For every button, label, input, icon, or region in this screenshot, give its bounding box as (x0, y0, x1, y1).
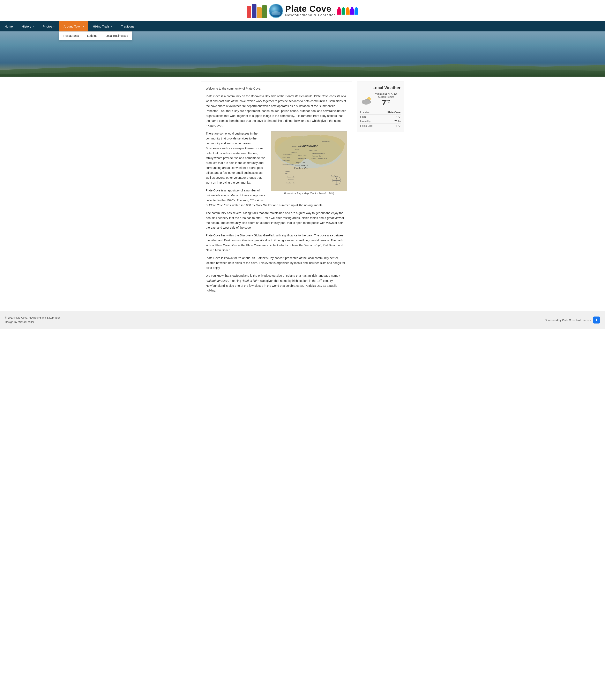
svg-text:BLACKHEAD BAY: BLACKHEAD BAY (292, 145, 305, 147)
cloud-icon (360, 96, 372, 104)
footer-left: © 2023 Plate Cove, Newfoundland & Labrad… (5, 316, 60, 324)
svg-text:Stock Cove: Stock Cove (298, 157, 306, 159)
weather-feels-row: Feels Like: 4 °C (360, 124, 401, 128)
logo-title: Plate Cove (285, 4, 332, 13)
paragraph-1: Welcome to the community of Plate Cove. (206, 86, 347, 91)
svg-text:SOUTHERN BAY: SOUTHERN BAY (283, 164, 294, 165)
svg-text:•Birchy Cove: •Birchy Cove (309, 150, 317, 151)
map-caption: Bonavista Bay - Map (Decks Awash 1984) (271, 192, 347, 195)
figure-2 (342, 7, 345, 15)
building-2 (252, 4, 257, 18)
nav-item-photos[interactable]: Photos ▾ (38, 21, 59, 31)
logo-globe (269, 4, 283, 18)
weather-details: Location: Plate Cove High: 7 °C Humidity… (360, 110, 401, 128)
nav-link-photos[interactable]: Photos ▾ (38, 21, 59, 31)
main-content: Welcome to the community of Plate Cove. … (201, 81, 352, 298)
weather-high-row: High: 7 °C (360, 115, 401, 119)
nav-link-history[interactable]: History ▾ (17, 21, 38, 31)
svg-text:•Southern Bay: •Southern Bay (286, 182, 295, 184)
main-nav: Home History ▾ Photos ▾ Around Town ▾ Re… (0, 21, 605, 31)
nav-item-traditions[interactable]: Traditions (116, 21, 139, 31)
article-body: Welcome to the community of Plate Cove. … (206, 86, 347, 293)
facebook-icon[interactable]: f (593, 317, 600, 324)
svg-text:•Plate Cove West: •Plate Cove West (294, 167, 308, 169)
svg-text:King's Cove: King's Cove (298, 154, 307, 156)
map-image: BONAVISTA BAY Plate Cove East •Plate Cov… (271, 131, 347, 191)
weather-temp-big: 7 °C (374, 98, 397, 107)
chevron-down-icon: ▾ (111, 25, 112, 27)
dropdown-link-lodging[interactable]: Lodging (83, 32, 101, 40)
logo-text-group: Plate Cove Newfoundland & Labrador (285, 4, 335, 17)
weather-temp-block: Current Temp: 7 °C (374, 96, 397, 107)
weather-temp-unit: °C (386, 100, 390, 103)
svg-text:Dunmara: Dunmara (291, 151, 297, 153)
nav-link-hiking-trails[interactable]: Hiking Trails ▾ (88, 21, 117, 31)
paragraph-7: Plate Cove is known for it's annual St. … (206, 256, 347, 271)
svg-text:Catalina: Catalina (331, 175, 337, 177)
weather-feels-label: Feels Like: (360, 124, 373, 127)
nav-link-around-town[interactable]: Around Town ▾ (59, 21, 88, 31)
sidebar: Local Weather (357, 81, 404, 132)
dropdown-item-restaurants[interactable]: Restaurants (59, 32, 83, 40)
svg-text:Open Hall•: Open Hall• (283, 159, 290, 161)
weather-humidity-label: Humidity: (360, 120, 371, 123)
weather-location-row: Location: Plate Cove (360, 110, 401, 115)
weather-high-value: 7 °C (395, 115, 401, 118)
footer-copyright: © 2023 Plate Cove, Newfoundland & Labrad… (5, 316, 60, 320)
footer-right: Sponsored by Plate Cove Trail Blazers f (545, 317, 600, 324)
site-logo: Plate Cove Newfoundland & Labrador (247, 4, 358, 18)
building-1 (247, 6, 251, 18)
building-4 (262, 5, 267, 18)
svg-text:Summerville: Summerville (287, 176, 294, 177)
logo-figures (337, 7, 358, 15)
footer-design: Design By Michael Miller (5, 320, 60, 324)
paragraph-6: Plate Cove lies within the Discovery Glo… (206, 233, 347, 253)
svg-point-36 (362, 100, 370, 104)
nav-item-around-town[interactable]: Around Town ▾ Restaurants Lodging Local … (59, 21, 88, 31)
svg-text:BAY: BAY (285, 173, 288, 175)
logo-subtitle: Newfoundland & Labrador (285, 13, 335, 17)
weather-humidity-row: Humidity: 76 % (360, 119, 401, 124)
nav-link-traditions[interactable]: Traditions (116, 21, 139, 31)
dropdown-link-local-businesses[interactable]: Local Businesses (101, 32, 132, 40)
svg-text:Tickle Cove•: Tickle Cove• (283, 153, 292, 155)
footer-sponsor: Sponsored by Plate Cove Trail Blazers (545, 319, 590, 322)
building-3 (257, 7, 262, 18)
site-footer: © 2023 Plate Cove, Newfoundland & Labrad… (0, 311, 605, 329)
weather-condition-block: OVERCAST CLOUDS Current Temp: 7 °C (374, 93, 397, 108)
figure-3 (346, 7, 349, 15)
figure-5 (355, 7, 358, 15)
dropdown-link-restaurants[interactable]: Restaurants (59, 32, 83, 40)
map-svg: BONAVISTA BAY Plate Cove East •Plate Cov… (271, 131, 347, 191)
svg-text:Newman's Cove•: Newman's Cove• (312, 152, 325, 154)
chevron-down-icon: ▾ (33, 25, 34, 27)
logo-buildings (247, 4, 267, 18)
chevron-down-icon: ▾ (83, 25, 84, 27)
content-wrapper: Welcome to the community of Plate Cove. … (198, 77, 407, 303)
nav-item-hiking-trails[interactable]: Hiking Trails ▾ (88, 21, 117, 31)
svg-text:Princeton: Princeton (288, 179, 294, 180)
paragraph-8: Did you know that Newfoundland is the on… (206, 273, 347, 293)
weather-temp-label: Current Temp: (374, 96, 397, 98)
svg-text:Amherst Cove: Amherst Cove (312, 155, 323, 157)
nav-item-history[interactable]: History ▾ (17, 21, 38, 31)
weather-humidity-value: 76 % (394, 120, 401, 123)
map-figure: BONAVISTA BAY Plate Cove East •Plate Cov… (271, 131, 347, 195)
weather-top: OVERCAST CLOUDS Current Temp: 7 °C (360, 93, 401, 108)
figure-4 (350, 7, 354, 15)
paragraph-2: Plate Cove is a community on the Bonavis… (206, 94, 347, 128)
svg-text:•Knight's Cove: •Knight's Cove (296, 162, 305, 164)
weather-location-label: Location: (360, 111, 371, 114)
dropdown-item-lodging[interactable]: Lodging (83, 32, 101, 40)
nav-item-home[interactable]: Home (0, 21, 17, 31)
chevron-down-icon: ▾ (53, 25, 54, 27)
paragraph-5: The community has several hiking trails … (206, 211, 347, 230)
site-header: Plate Cove Newfoundland & Labrador (0, 0, 605, 21)
dropdown-item-local-businesses[interactable]: Local Businesses (101, 32, 132, 40)
around-town-dropdown: Restaurants Lodging Local Businesses (59, 31, 132, 40)
weather-card: Local Weather (357, 81, 404, 132)
weather-title: Local Weather (360, 85, 401, 90)
weather-condition: OVERCAST CLOUDS (374, 93, 397, 96)
nav-link-home[interactable]: Home (0, 21, 17, 31)
nav-list: Home History ▾ Photos ▾ Around Town ▾ Re… (0, 21, 605, 31)
